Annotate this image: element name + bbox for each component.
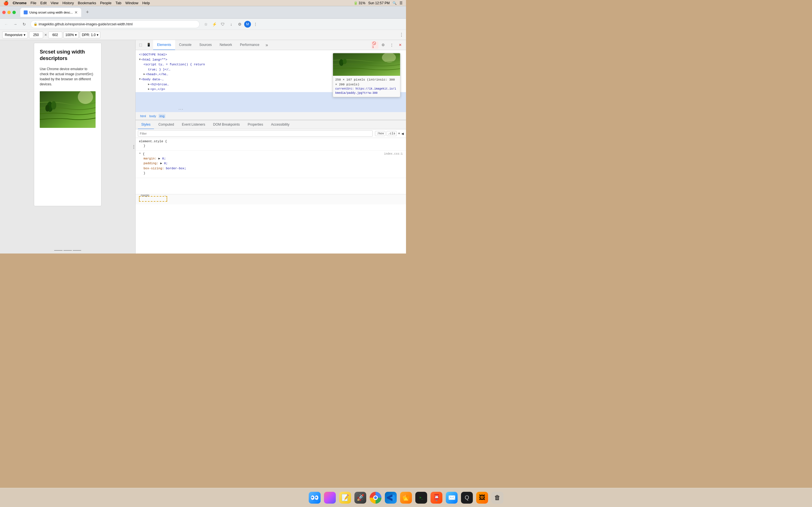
breadcrumb-body[interactable]: body xyxy=(148,114,157,118)
chrome-omnibar: ← → ↻ 🔒 imagekitio.github.io/responsive-… xyxy=(0,18,406,30)
chrome-tab-active[interactable]: Using srcset using width desc... ✕ xyxy=(20,8,81,17)
forward-button[interactable]: → xyxy=(11,20,19,28)
more-icon[interactable]: ⋮ xyxy=(388,41,395,49)
dpr-dropdown[interactable]: DPR: 1.0 ▾ xyxy=(80,32,100,38)
styles-filter-bar: :hov .cls + ◀ xyxy=(136,129,406,138)
tab-select-element[interactable]: ⬚ xyxy=(137,40,144,50)
menubar-chrome[interactable]: Chrome xyxy=(13,1,27,5)
menubar-history[interactable]: History xyxy=(62,1,73,5)
new-tab-button[interactable]: + xyxy=(84,8,91,16)
star-rule-block: * { index.css:1 margin: ▶ 0; padding: xyxy=(136,151,406,178)
search-icon[interactable]: 🔍 xyxy=(393,1,397,5)
address-bar[interactable]: 🔒 imagekitio.github.io/responsive-images… xyxy=(31,20,200,28)
styles-filter-actions: :hov .cls + ◀ xyxy=(375,131,404,136)
box-model-diagram: margin - xyxy=(139,196,167,202)
main-area: Srcset using width descriptors Use Chrom… xyxy=(0,40,406,253)
menubar-people[interactable]: People xyxy=(100,1,111,5)
dots-indicator: ··· xyxy=(178,108,183,111)
tab-device-mode[interactable]: 📱 xyxy=(144,40,153,50)
star-rule-header: * { index.css:1 xyxy=(139,152,403,156)
tab-properties[interactable]: Properties xyxy=(244,120,266,129)
width-input[interactable] xyxy=(29,32,43,38)
cls-button[interactable]: .cls xyxy=(387,131,397,136)
fullscreen-button[interactable] xyxy=(12,11,16,14)
bottom-tabs: Styles Computed Event Listeners DOM Brea… xyxy=(136,120,406,129)
styles-filter-input[interactable] xyxy=(138,130,373,136)
devtools-breadcrumb: html body img xyxy=(136,112,406,120)
tab-favicon xyxy=(24,10,28,14)
p-expand-icon[interactable]: ▶ xyxy=(148,87,150,92)
inspector-button[interactable]: ◀ xyxy=(402,131,404,136)
close-window-button[interactable] xyxy=(2,11,6,14)
menubar-tab[interactable]: Tab xyxy=(115,1,121,5)
menubar-help[interactable]: Help xyxy=(142,1,150,5)
responsive-dropdown[interactable]: Responsive ▾ xyxy=(2,32,28,38)
url-text: imagekitio.github.io/responsive-images-g… xyxy=(39,22,133,26)
tab-styles[interactable]: Styles xyxy=(138,120,154,129)
svg-point-4 xyxy=(45,105,49,112)
padding-expand-icon[interactable]: ▶ xyxy=(160,162,162,165)
battery-indicator: 🔋 31% xyxy=(354,1,365,5)
tab-elements[interactable]: Elements xyxy=(153,40,175,50)
dpr-chevron-icon: ▾ xyxy=(97,33,98,37)
menubar-file[interactable]: File xyxy=(31,1,36,5)
bookmark-button[interactable]: ☆ xyxy=(202,20,210,28)
tab-more-button[interactable]: » xyxy=(263,43,270,48)
settings-icon[interactable]: ⚙ xyxy=(379,41,387,49)
responsive-chevron-icon: ▾ xyxy=(24,33,26,37)
tab-dom-breakpoints[interactable]: DOM Breakpoints xyxy=(210,120,243,129)
margin-expand-icon[interactable]: ▶ xyxy=(158,157,160,160)
chrome-menu-button[interactable]: ⋮ xyxy=(252,20,259,28)
extension-3[interactable]: ↓ xyxy=(227,20,235,28)
settings-button[interactable]: ⚙ xyxy=(236,20,244,28)
tab-console[interactable]: Console xyxy=(175,40,195,50)
close-devtools-button[interactable]: ✕ xyxy=(396,41,404,49)
menubar-edit[interactable]: Edit xyxy=(40,1,47,5)
tab-close-button[interactable]: ✕ xyxy=(74,10,78,15)
margin-rule: margin: ▶ 0; xyxy=(139,156,403,161)
svg-point-3 xyxy=(51,101,56,110)
more-options-button[interactable]: ⋮ xyxy=(399,32,404,38)
bottom-panel: Styles Computed Event Listeners DOM Brea… xyxy=(136,120,406,205)
extension-2[interactable]: 🛡 xyxy=(219,20,227,28)
menubar-window[interactable]: Window xyxy=(125,1,138,5)
mobile-device-frame: Srcset using width descriptors Use Chrom… xyxy=(34,43,101,206)
breadcrumb-html[interactable]: html xyxy=(139,114,147,118)
add-style-button[interactable]: + xyxy=(398,131,400,136)
chrome-titlebar: Using srcset using width desc... ✕ + xyxy=(0,6,406,18)
control-center-icon[interactable]: ☰ xyxy=(400,1,403,5)
extension-1[interactable]: ⚡ xyxy=(210,20,218,28)
reload-button[interactable]: ↻ xyxy=(20,20,28,28)
security-lock-icon: 🔒 xyxy=(34,22,38,26)
hov-button[interactable]: :hov xyxy=(375,131,385,136)
error-badge[interactable]: 🚫 1 xyxy=(371,41,378,49)
zoom-dropdown[interactable]: 100% ▾ xyxy=(63,32,79,38)
height-input[interactable] xyxy=(48,32,62,38)
body-expand-icon[interactable]: ▼ xyxy=(139,77,141,82)
tab-event-listeners[interactable]: Event Listeners xyxy=(179,120,209,129)
h2-expand-icon[interactable]: ▶ xyxy=(148,82,150,87)
tab-network[interactable]: Network xyxy=(216,40,236,50)
style-source-ref[interactable]: index.css:1 xyxy=(384,152,403,156)
styles-area: :hov .cls + ◀ element.style { } xyxy=(136,129,406,194)
menubar-view[interactable]: View xyxy=(50,1,58,5)
tab-computed[interactable]: Computed xyxy=(155,120,177,129)
resize-handle[interactable] xyxy=(132,138,135,155)
head-expand-icon[interactable]: ▶ xyxy=(144,72,145,76)
menubar-bookmarks[interactable]: Bookmarks xyxy=(78,1,96,5)
apple-menu[interactable]: 🍎 xyxy=(3,1,9,6)
tab-performance[interactable]: Performance xyxy=(236,40,263,50)
bottom-resize-handle[interactable] xyxy=(54,250,81,251)
back-button[interactable]: ← xyxy=(2,20,10,28)
tab-sources[interactable]: Sources xyxy=(195,40,216,50)
breadcrumb-img[interactable]: img xyxy=(158,114,166,118)
profile-button[interactable]: M xyxy=(244,21,251,27)
tooltip-currentsrc: currentSrc: https://ik.imagekit.io/ikmed… xyxy=(335,87,398,95)
rice-field-image xyxy=(40,91,96,128)
menubar-left: 🍎 Chrome File Edit View History Bookmark… xyxy=(3,1,150,6)
minimize-window-button[interactable] xyxy=(7,11,11,14)
expand-icon[interactable]: ▼ xyxy=(139,57,141,62)
clock: Sun 12:57 PM xyxy=(368,1,390,5)
element-style-close: } xyxy=(139,144,403,149)
tab-accessibility[interactable]: Accessibility xyxy=(267,120,293,129)
